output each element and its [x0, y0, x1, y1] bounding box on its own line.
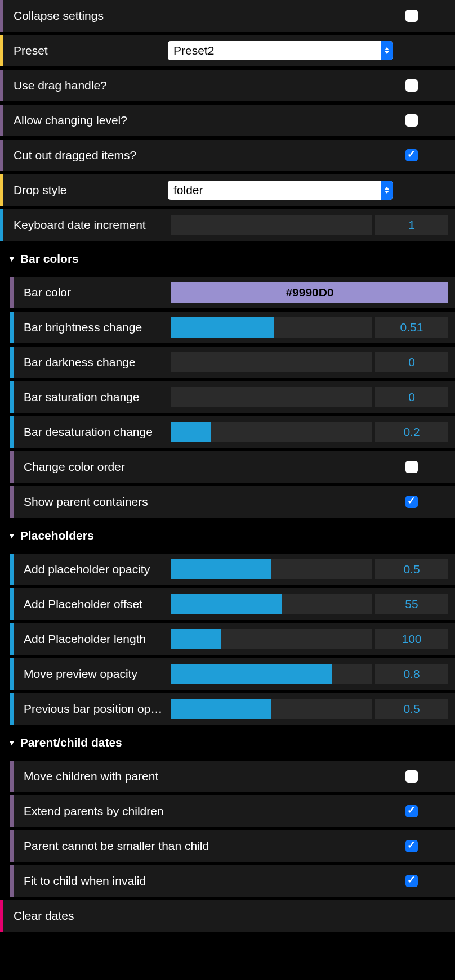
drop-style-select-value: folder [173, 183, 203, 197]
row-move-preview-opacity: Move preview opacity 0.8 [10, 658, 455, 690]
row-drop-style: Drop style folder [0, 174, 455, 206]
row-show-parent-containers: Show parent containers [10, 486, 455, 518]
allow-changing-level-label: Allow changing level? [3, 114, 127, 127]
bar-desaturation-value[interactable]: 0.2 [375, 422, 448, 442]
show-parent-containers-label: Show parent containers [14, 495, 148, 509]
row-use-drag-handle: Use drag handle? [0, 70, 455, 101]
bar-color-label: Bar color [14, 286, 168, 299]
row-bar-brightness: Bar brightness change 0.51 [10, 312, 455, 343]
section-parent-child[interactable]: ▼ Parent/child dates [0, 728, 455, 757]
section-placeholders-label: Placeholders [20, 529, 94, 542]
preset-select-value: Preset2 [173, 44, 214, 57]
fit-to-child-label: Fit to child when invalid [14, 874, 146, 888]
placeholder-length-label: Add Placeholder length [14, 632, 168, 646]
move-children-label: Move children with parent [14, 770, 158, 783]
row-keyboard-date-increment: Keyboard date increment 1 [0, 209, 455, 241]
row-bar-saturation: Bar saturation change 0 [10, 381, 455, 413]
row-change-color-order: Change color order [10, 451, 455, 483]
parent-not-smaller-label: Parent cannot be smaller than child [14, 839, 209, 853]
placeholder-opacity-label: Add placeholder opacity [14, 563, 168, 576]
parent-not-smaller-checkbox[interactable] [405, 840, 418, 852]
keyboard-date-increment-input[interactable] [171, 215, 372, 235]
row-cut-out-dragged: Cut out dragged items? [0, 140, 455, 171]
placeholder-offset-value[interactable]: 55 [375, 594, 448, 614]
move-preview-opacity-label: Move preview opacity [14, 667, 168, 681]
section-bar-colors[interactable]: ▼ Bar colors [0, 244, 455, 273]
placeholder-opacity-slider[interactable] [171, 559, 372, 579]
row-fit-to-child: Fit to child when invalid [10, 865, 455, 897]
bar-brightness-value[interactable]: 0.51 [375, 317, 448, 338]
placeholder-offset-slider[interactable] [171, 594, 372, 614]
collapse-settings-checkbox[interactable] [405, 10, 418, 22]
row-placeholder-offset: Add Placeholder offset 55 [10, 588, 455, 620]
row-extend-parents: Extend parents by children [10, 795, 455, 827]
placeholder-offset-label: Add Placeholder offset [14, 597, 168, 611]
row-clear-dates[interactable]: Clear dates [0, 900, 455, 932]
show-parent-containers-checkbox[interactable] [405, 496, 418, 508]
bar-saturation-value[interactable]: 0 [375, 387, 448, 407]
extend-parents-checkbox[interactable] [405, 805, 418, 817]
move-children-checkbox[interactable] [405, 770, 418, 783]
cut-out-dragged-label: Cut out dragged items? [3, 149, 136, 162]
row-placeholder-opacity: Add placeholder opacity 0.5 [10, 554, 455, 585]
row-prev-bar-pos-opacity: Previous bar position op… 0.5 [10, 693, 455, 725]
bar-desaturation-label: Bar desaturation change [14, 425, 168, 439]
bar-brightness-label: Bar brightness change [14, 321, 168, 334]
prev-bar-pos-opacity-label: Previous bar position op… [14, 702, 168, 716]
bar-darkness-label: Bar darkness change [14, 356, 168, 369]
prev-bar-pos-opacity-value[interactable]: 0.5 [375, 699, 448, 719]
section-placeholders[interactable]: ▼ Placeholders [0, 521, 455, 550]
row-allow-changing-level: Allow changing level? [0, 105, 455, 136]
drop-style-label: Drop style [3, 183, 168, 197]
placeholder-opacity-value[interactable]: 0.5 [375, 559, 448, 579]
bar-desaturation-slider[interactable] [171, 422, 372, 442]
section-bar-colors-label: Bar colors [20, 252, 79, 266]
prev-bar-pos-opacity-slider[interactable] [171, 699, 372, 719]
placeholder-length-value[interactable]: 100 [375, 629, 448, 649]
bar-brightness-slider[interactable] [171, 317, 372, 338]
keyboard-date-increment-value[interactable]: 1 [375, 215, 448, 235]
row-parent-not-smaller: Parent cannot be smaller than child [10, 830, 455, 862]
use-drag-handle-label: Use drag handle? [3, 79, 107, 92]
row-move-children: Move children with parent [10, 761, 455, 792]
drop-style-select[interactable]: folder [168, 181, 393, 200]
keyboard-date-increment-label: Keyboard date increment [3, 218, 168, 232]
row-bar-desaturation: Bar desaturation change 0.2 [10, 416, 455, 448]
use-drag-handle-checkbox[interactable] [405, 79, 418, 92]
caret-down-icon: ▼ [8, 738, 16, 747]
cut-out-dragged-checkbox[interactable] [405, 149, 418, 161]
move-preview-opacity-slider[interactable] [171, 664, 372, 684]
bar-darkness-value[interactable]: 0 [375, 352, 448, 372]
preset-select[interactable]: Preset2 [168, 41, 393, 60]
move-preview-opacity-value[interactable]: 0.8 [375, 664, 448, 684]
select-chevron-icon[interactable] [381, 41, 393, 60]
select-chevron-icon[interactable] [381, 181, 393, 200]
row-preset: Preset Preset2 [0, 35, 455, 66]
preset-label: Preset [3, 44, 168, 57]
caret-down-icon: ▼ [8, 531, 16, 540]
section-parent-child-label: Parent/child dates [20, 736, 122, 749]
change-color-order-checkbox[interactable] [405, 461, 418, 473]
bar-color-swatch[interactable]: #9990D0 [171, 282, 448, 303]
allow-changing-level-checkbox[interactable] [405, 114, 418, 127]
bar-darkness-slider[interactable] [171, 352, 372, 372]
extend-parents-label: Extend parents by children [14, 804, 164, 818]
collapse-settings-label: Collapse settings [3, 9, 104, 23]
bar-saturation-slider[interactable] [171, 387, 372, 407]
placeholder-length-slider[interactable] [171, 629, 372, 649]
row-collapse-settings: Collapse settings [0, 0, 455, 32]
row-bar-darkness: Bar darkness change 0 [10, 347, 455, 378]
row-placeholder-length: Add Placeholder length 100 [10, 623, 455, 655]
clear-dates-label: Clear dates [3, 909, 74, 923]
row-bar-color: Bar color #9990D0 [10, 277, 455, 308]
bar-saturation-label: Bar saturation change [14, 390, 168, 404]
fit-to-child-checkbox[interactable] [405, 875, 418, 887]
change-color-order-label: Change color order [14, 460, 125, 474]
caret-down-icon: ▼ [8, 254, 16, 263]
